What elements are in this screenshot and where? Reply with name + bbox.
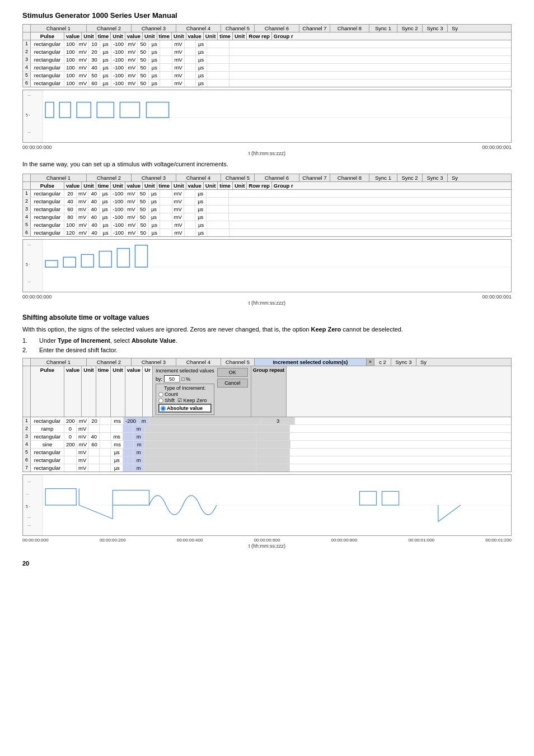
svg-line-32 <box>79 505 113 519</box>
section2-title: Shifting absolute time or voltage values <box>22 314 512 321</box>
manual-title: Stimulus Generator 1000 Series User Manu… <box>22 11 512 20</box>
th-empty <box>23 25 31 32</box>
table-row: 6 rectangular 100 mV 60 µs -100 mV 50 µs… <box>23 80 511 87</box>
table-row: 2 rectangular 100 mV 20 µs -100 mV 50 µs… <box>23 48 511 56</box>
svg-rect-7 <box>77 102 91 118</box>
stimulus-table-1: Channel 1 Channel 2 Channel 3 Channel 4 … <box>22 24 512 87</box>
dialog-type-label: Type of Increment: <box>158 385 212 391</box>
paragraph1: In the same way, you can set up a stimul… <box>22 160 512 169</box>
chart2-xlabel: t (hh:mm:ss:zzz) <box>22 300 512 306</box>
svg-line-38 <box>438 505 461 521</box>
chart3-t1: 00:00:00:000 <box>22 538 49 543</box>
chart-svg-3: ··· ··· 5 · ··· ··· <box>23 475 511 535</box>
svg-rect-9 <box>120 102 139 118</box>
chart2-time-right: 00:00:00:001 <box>482 294 512 300</box>
svg-text:···: ··· <box>27 516 31 520</box>
svg-text:···: ··· <box>27 130 31 134</box>
svg-text:···: ··· <box>27 242 31 246</box>
chart3-t5: 00:00:00:800 <box>331 538 358 543</box>
table1-header-row: Channel 1 Channel 2 Channel 3 Channel 4 … <box>23 25 511 32</box>
th-ch6: Channel 6 <box>255 25 299 32</box>
dialog-by-input[interactable] <box>164 375 180 382</box>
table2-header: Channel 1 Channel 2 Channel 3 Channel 4 … <box>23 174 511 182</box>
table-row: 7 rectangular mV µs m <box>23 464 511 472</box>
group-repeat-label: Group repeat <box>253 367 285 373</box>
th-ch5: Channel 5 <box>221 25 255 32</box>
dialog-radio-shift[interactable] <box>158 398 163 403</box>
step2-num: 2. <box>22 347 39 353</box>
chart1-time-left: 00:00:00:000 <box>22 144 52 150</box>
svg-rect-36 <box>382 491 399 505</box>
dialog-radio-shift-row: Shift ☑ Keep Zero <box>158 398 212 403</box>
th-ch7: Channel 7 <box>299 25 330 32</box>
th-ch1: Channel 1 <box>31 25 87 32</box>
table-row: 2 ramp 0 mV m <box>23 425 511 433</box>
dialog-by-label: by: <box>156 376 162 382</box>
table-row: 5 rectangular mV µs m <box>23 449 511 456</box>
chart1-time-right: 00:00:00:001 <box>482 144 512 150</box>
table-row: 3 rectangular 100 mV 30 µs -100 mV 50 µs… <box>23 56 511 64</box>
chart-1: ··· 5 · ··· <box>22 90 512 143</box>
page-number: 20 <box>22 560 512 567</box>
chart3-t3: 00:00:00:400 <box>177 538 203 543</box>
table-row: 6 rectangular 120 mV 40 µs -100 mV 50 µs… <box>23 229 511 236</box>
table3-section: Channel 1 Channel 2 Channel 3 Channel 4 … <box>22 358 512 549</box>
th-ch2: Channel 2 <box>87 25 132 32</box>
table-row: 1 rectangular 200 mV 20 ms -200 m 3 <box>23 417 511 425</box>
step2: 2. Enter the desired shift factor. <box>22 347 512 353</box>
dialog-radio-absolute-row: Absolute value <box>158 404 212 413</box>
dialog-increment-label: Increment selected values <box>156 368 214 374</box>
th-ch3: Channel 3 <box>132 25 176 32</box>
step1: 1. Under Type of Increment, select Absol… <box>22 337 512 344</box>
chart2-footer: 00:00:00:000 00:00:00:001 <box>22 293 512 300</box>
th-sy: Sy <box>448 25 462 32</box>
table-row: 5 rectangular 100 mV 50 µs -100 mV 50 µs… <box>23 72 511 80</box>
dialog-radio-count[interactable] <box>158 392 163 397</box>
table2-wrapper: Channel 1 Channel 2 Channel 3 Channel 4 … <box>22 174 512 306</box>
dialog-absolute-label: Absolute value <box>167 405 203 411</box>
svg-text:···: ··· <box>27 280 31 284</box>
section2-para1: With this option, the signs of the selec… <box>22 325 512 334</box>
svg-rect-10 <box>147 102 169 118</box>
chart-3: ··· ··· 5 · ··· ··· <box>22 474 512 536</box>
svg-rect-6 <box>59 102 71 118</box>
stimulus-table-2: Channel 1 Channel 2 Channel 3 Channel 4 … <box>22 174 512 237</box>
svg-rect-30 <box>45 489 76 505</box>
dialog-cancel-button[interactable]: Cancel <box>217 379 248 388</box>
svg-rect-17 <box>45 260 58 267</box>
step1-num: 1. <box>22 337 39 344</box>
table-row: 4 rectangular 100 mV 40 µs -100 mV 50 µs… <box>23 64 511 72</box>
svg-text:···: ··· <box>27 94 31 97</box>
step1-text: Under Type of Increment, select Absolute… <box>39 337 177 344</box>
dialog-radio-count-row: Count <box>158 391 212 397</box>
table-row: 2 rectangular 40 mV 40 µs -100 mV 50 µs … <box>23 198 511 206</box>
step2-text: Enter the desired shift factor. <box>39 347 118 353</box>
table-row: 6 rectangular mV µs m <box>23 456 511 464</box>
chart3-t4: 00:00:00:600 <box>254 538 280 543</box>
th-ch4: Channel 4 <box>176 25 221 32</box>
svg-rect-18 <box>63 257 76 267</box>
svg-text:5 ·: 5 · <box>26 505 30 508</box>
th-sync3: Sync 3 <box>423 25 448 32</box>
svg-text:5 ·: 5 · <box>26 113 30 117</box>
dialog-ok-button[interactable]: OK <box>217 368 248 377</box>
chart-svg-2: ··· 5 · ··· <box>23 240 511 292</box>
chart3-footer: 00:00:00:000 00:00:00:200 00:00:00:400 0… <box>22 537 512 543</box>
svg-text:···: ··· <box>26 492 29 496</box>
svg-rect-35 <box>359 491 376 505</box>
chart-svg-1: ··· 5 · ··· <box>23 90 511 142</box>
table2-subheader: Pulse value Unit time Unit value Unit ti… <box>23 182 511 190</box>
table-row: 3 rectangular 60 mV 40 µs -100 mV 50 µs … <box>23 206 511 213</box>
chart2-time-left: 00:00:00:000 <box>22 294 52 300</box>
table3-subheader: Pulse value Unit time Unit value Ur Incr… <box>23 366 511 417</box>
dialog-radio-absolute[interactable] <box>161 406 166 411</box>
chart3-t2: 00:00:00:200 <box>100 538 126 543</box>
chart-2: ··· 5 · ··· <box>22 239 512 292</box>
dialog-keepzero-checkbox: ☑ Keep Zero <box>177 398 207 403</box>
chart3-t7: 00:00:01:200 <box>485 538 512 543</box>
svg-rect-5 <box>45 102 54 118</box>
table1-wrapper: Channel 1 Channel 2 Channel 3 Channel 4 … <box>22 24 512 156</box>
table-row: 1 rectangular 100 mV 10 µs -100 mV 50 µs… <box>23 40 511 48</box>
dialog-shift-label: Shift <box>165 398 175 403</box>
stimulus-table-3: Channel 1 Channel 2 Channel 3 Channel 4 … <box>22 358 512 472</box>
